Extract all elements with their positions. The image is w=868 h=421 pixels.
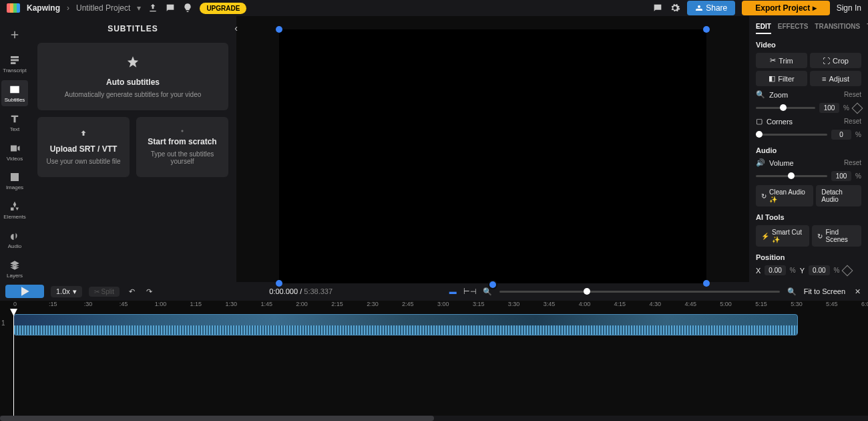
ruler-tick: 5:45: [826, 301, 838, 307]
resize-handle-br[interactable]: [703, 280, 710, 287]
upload-srt-card[interactable]: Upload SRT / VTT Use your own subtitle f…: [37, 117, 130, 177]
volume-reset[interactable]: Reset: [844, 159, 861, 166]
left-rail: TranscriptSubtitlesTextVideosImagesEleme…: [0, 16, 29, 282]
detach-audio-button[interactable]: Detach Audio: [816, 185, 861, 206]
zoom-slider[interactable]: [756, 107, 815, 109]
auto-subtitles-card[interactable]: Auto subtitles Automatically generate su…: [37, 43, 228, 110]
close-timeline-icon[interactable]: ✕: [852, 286, 863, 297]
ruler-tick: 3:30: [508, 301, 520, 307]
properties-panel: EDITEFFECTSTRANSITIONSTIMING Video ✂ Tri…: [749, 16, 868, 282]
zoom-in-icon[interactable]: 🔍: [787, 286, 797, 297]
ruler-tick: 5:00: [720, 301, 732, 307]
ruler-tick: 5:30: [791, 301, 803, 307]
ruler-tick: 1:45: [260, 301, 272, 307]
zoom-value[interactable]: 100: [819, 103, 839, 113]
ruler-tick: 4:00: [579, 301, 591, 307]
pos-x-value[interactable]: 0.00: [765, 265, 785, 275]
pos-keyframe-icon[interactable]: [842, 265, 853, 276]
panel-title: SUBTITLES: [37, 24, 228, 33]
rail-videos[interactable]: Videos: [1, 138, 28, 165]
video-canvas[interactable]: [279, 29, 706, 283]
rotate-handle[interactable]: [488, 280, 497, 289]
ruler-tick: 2:00: [296, 301, 308, 307]
volume-value[interactable]: 100: [831, 171, 851, 181]
chat-icon[interactable]: [652, 3, 663, 13]
filter-button[interactable]: ◧ Filter: [756, 71, 807, 86]
upgrade-button[interactable]: UPGRADE: [200, 3, 246, 14]
ruler-tick: :15: [49, 301, 57, 307]
volume-slider[interactable]: [756, 175, 827, 177]
brand[interactable]: Kapwing: [27, 3, 60, 13]
video-clip[interactable]: [13, 314, 798, 335]
ruler-tick: 2:15: [331, 301, 343, 307]
trim-button[interactable]: ✂ Trim: [756, 53, 807, 68]
rail-elements[interactable]: Elements: [1, 197, 28, 224]
resize-handle-tr[interactable]: [703, 26, 710, 33]
ruler-tick: 0: [13, 301, 17, 307]
zoom-icon: 🔍: [756, 90, 765, 99]
subtitles-panel: ‹ SUBTITLES Auto subtitles Automatically…: [29, 16, 236, 282]
audio-heading: Audio: [756, 146, 861, 154]
ruler-tick: 2:45: [402, 301, 414, 307]
ruler-tick: 5:15: [755, 301, 767, 307]
ruler[interactable]: 0:15:30:451:001:151:301:452:002:152:302:…: [0, 301, 868, 310]
tab-effects[interactable]: EFFECTS: [778, 23, 809, 34]
play-button[interactable]: [5, 285, 44, 298]
ai-tools-heading: AI Tools: [756, 213, 861, 221]
start-scratch-card[interactable]: Start from scratch Type out the subtitle…: [136, 117, 228, 177]
logo[interactable]: [7, 3, 20, 13]
canvas-area: [236, 16, 749, 282]
corners-value[interactable]: 0: [831, 130, 851, 140]
ruler-tick: 3:00: [437, 301, 449, 307]
snap-icon[interactable]: ▬: [447, 286, 458, 297]
pos-y-value[interactable]: 0.00: [809, 265, 829, 275]
upload-icon[interactable]: [148, 3, 158, 13]
fit-to-screen-button[interactable]: Fit to Screen: [804, 287, 845, 295]
project-dropdown-icon[interactable]: ▾: [137, 3, 141, 13]
adjust-button[interactable]: ≡ Adjust: [810, 71, 861, 86]
timeline-scrollbar[interactable]: [0, 416, 868, 421]
share-button[interactable]: Share: [687, 1, 735, 15]
ruler-tick: 2:30: [367, 301, 379, 307]
undo-icon[interactable]: ↶: [126, 286, 137, 297]
tab-edit[interactable]: EDIT: [756, 23, 771, 34]
zoom-keyframe-icon[interactable]: [852, 102, 863, 114]
chevron-right-icon: ›: [67, 3, 69, 13]
rail-add[interactable]: [1, 21, 28, 48]
ruler-tick: :30: [84, 301, 93, 307]
ruler-tick: 4:15: [614, 301, 626, 307]
timeline[interactable]: 0:15:30:451:001:151:301:452:002:152:302:…: [0, 301, 868, 421]
idea-icon[interactable]: [182, 3, 193, 13]
signin-button[interactable]: Sign In: [837, 3, 861, 13]
rail-text[interactable]: Text: [1, 109, 28, 136]
project-title[interactable]: Untitled Project: [76, 3, 130, 13]
timeline-zoom-slider[interactable]: [499, 291, 779, 293]
smart-cut-button[interactable]: ⚡ Smart Cut ✨: [756, 225, 809, 247]
playhead[interactable]: [13, 310, 14, 416]
rail-layers[interactable]: Layers: [1, 255, 28, 282]
corners-reset[interactable]: Reset: [844, 118, 861, 125]
comment-icon[interactable]: [165, 3, 176, 13]
rail-subtitles[interactable]: Subtitles: [1, 80, 28, 107]
speed-dropdown[interactable]: 1.0x▾: [51, 286, 82, 297]
timecode: 0:00.000 / 5:38.337: [161, 287, 441, 295]
rail-images[interactable]: Images: [1, 168, 28, 194]
timeline-controls: 1.0x▾ ✂ Split ↶ ↷ 0:00.000 / 5:38.337 ▬ …: [0, 282, 868, 301]
corners-slider[interactable]: [756, 134, 827, 136]
gear-icon[interactable]: [670, 3, 680, 13]
clean-audio-button[interactable]: ↻ Clean Audio ✨: [756, 185, 813, 206]
ruler-tick: 6:00: [861, 301, 868, 307]
magnet-icon[interactable]: ⊢⊣: [465, 286, 475, 297]
zoom-reset[interactable]: Reset: [844, 91, 861, 98]
resize-handle-bl[interactable]: [276, 280, 282, 287]
crop-button[interactable]: ⛶ Crop: [810, 53, 861, 68]
ruler-tick: 1:15: [190, 301, 202, 307]
find-scenes-button[interactable]: ↻ Find Scenes: [812, 225, 861, 247]
rail-transcript[interactable]: Transcript: [1, 51, 28, 78]
rail-audio[interactable]: Audio: [1, 226, 28, 253]
tab-transitions[interactable]: TRANSITIONS: [815, 23, 860, 34]
export-button[interactable]: Export Project ▸: [742, 1, 829, 15]
redo-icon[interactable]: ↷: [144, 286, 154, 297]
resize-handle-tl[interactable]: [276, 26, 282, 33]
collapse-panel-icon[interactable]: ‹: [234, 23, 238, 33]
